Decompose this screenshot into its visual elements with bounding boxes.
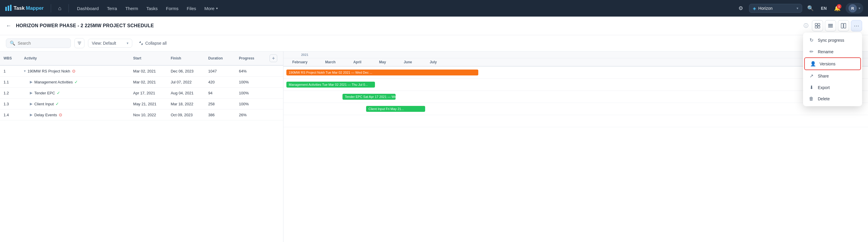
svg-rect-9 — [828, 27, 833, 28]
dropdown-item-label: Sync progress — [818, 38, 844, 43]
language-button[interactable]: EN — [819, 5, 829, 12]
gantt-month-label: May — [370, 60, 395, 64]
expand-icon[interactable]: ▶ — [30, 91, 32, 95]
cell-activity: ▶ Client Input ✓ — [20, 99, 130, 109]
svg-rect-11 — [844, 23, 846, 28]
project-selector[interactable]: ◈ Horizon ▾ — [749, 4, 802, 13]
dropdown-item-icon: ✏ — [808, 49, 814, 54]
nav-more-chevron: ▾ — [216, 6, 218, 10]
notifications-button[interactable]: 🔔 1 — [832, 3, 843, 14]
gantt-bar[interactable]: Management Activities Tue Mar 02 2021 — … — [286, 82, 375, 87]
table-view-icon — [828, 23, 833, 28]
nav-home-button[interactable]: ⌂ — [56, 4, 64, 13]
gantt-month-label: February — [283, 60, 316, 64]
logo-mapper-text: Mapper — [26, 5, 44, 11]
dropdown-item-versions[interactable]: 👤 Versions — [804, 57, 861, 70]
more-options-icon: ⋯ — [854, 23, 859, 29]
dropdown-item-label: Delete — [818, 97, 830, 101]
expand-icon[interactable]: ▾ — [24, 69, 26, 73]
nav-forms[interactable]: Forms — [162, 4, 182, 13]
svg-rect-5 — [815, 26, 817, 28]
logo-task-text: Task — [13, 5, 25, 11]
svg-rect-2 — [10, 5, 11, 11]
project-selector-name: Horizon — [758, 6, 794, 11]
cell-add — [266, 65, 283, 77]
split-view-button[interactable] — [838, 20, 849, 31]
schedule-table: WBS Activity Start Finish Duration Progr… — [0, 52, 283, 120]
dropdown-item-export[interactable]: ⬇ Export — [803, 82, 862, 93]
dropdown-item-share[interactable]: ↗ Share — [803, 70, 862, 82]
col-add: + — [266, 52, 283, 65]
user-menu-button[interactable]: R ▾ — [845, 3, 863, 14]
gantt-table: WBS Activity Start Finish Duration Progr… — [0, 52, 283, 242]
nav-search-button[interactable]: 🔍 — [805, 3, 816, 14]
dropdown-item-delete[interactable]: 🗑 Delete — [803, 93, 862, 104]
cell-wbs: 1 — [0, 65, 20, 77]
cell-finish: Dec 06, 2023 — [167, 65, 205, 77]
gantt-month-label: July — [421, 60, 445, 64]
gantt-bar-row — [283, 115, 868, 127]
dropdown-item-label: Share — [818, 74, 829, 78]
gantt-bar[interactable]: 190MW RS Project Nokh Tue Mar 02 2021 — … — [286, 70, 478, 76]
cell-progress: 64% — [235, 65, 266, 77]
expand-icon[interactable]: ▶ — [30, 80, 32, 84]
more-options-button[interactable]: ⋯ — [851, 20, 862, 31]
split-view-icon — [841, 23, 846, 28]
nav-divider-2 — [68, 4, 69, 12]
dropdown-item-icon: 🗑 — [808, 96, 814, 102]
cell-start: Nov 10, 2022 — [130, 109, 167, 120]
cell-activity: ▶ Delay Events ⊙ — [20, 109, 130, 120]
activity-name: 190MW RS Project Nokh — [27, 69, 70, 73]
cell-start: Mar 02, 2021 — [130, 65, 167, 77]
nav-therm[interactable]: Therm — [122, 4, 142, 13]
gantt-bar-row: 190MW RS Project Nokh Tue Mar 02 2021 — … — [283, 66, 868, 79]
check-icon: ✓ — [56, 102, 59, 106]
expand-icon[interactable]: ▶ — [30, 113, 32, 117]
filter-button[interactable] — [74, 38, 85, 48]
svg-rect-1 — [8, 6, 9, 11]
view-select-label: View: Default — [92, 41, 116, 46]
dropdown-item-label: Versions — [819, 61, 836, 66]
gantt-month-label: June — [395, 60, 421, 64]
cell-activity: ▾ 190MW RS Project Nokh ⊙ — [20, 65, 130, 77]
cell-start: May 21, 2021 — [130, 99, 167, 109]
col-start: Start — [130, 52, 167, 65]
view-select-chevron: ▾ — [127, 41, 128, 45]
cell-finish: Mar 18, 2022 — [167, 99, 205, 109]
nav-terra[interactable]: Terra — [103, 4, 120, 13]
cell-duration: 258 — [205, 99, 235, 109]
cell-progress: 26% — [235, 109, 266, 120]
view-select[interactable]: View: Default ▾ — [88, 39, 132, 48]
dropdown-item-label: Export — [818, 85, 830, 90]
gantt-bar[interactable]: Client Input Fri May 21... — [366, 106, 425, 112]
expand-icon[interactable]: ▶ — [30, 102, 32, 106]
gantt-month-label: April — [345, 60, 370, 64]
nav-tasks[interactable]: Tasks — [143, 4, 161, 13]
nav-files[interactable]: Files — [183, 4, 200, 13]
add-column-button[interactable]: + — [270, 54, 277, 62]
collapse-all-button[interactable]: Collapse all — [136, 39, 169, 47]
back-button[interactable]: ← — [6, 23, 11, 29]
collapse-all-label: Collapse all — [145, 41, 166, 46]
search-input[interactable] — [18, 41, 59, 46]
dropdown-item-rename[interactable]: ✏ Rename — [803, 46, 862, 57]
logo-icon — [5, 4, 12, 12]
gantt-view-button[interactable] — [812, 20, 823, 31]
app-logo: TaskMapper — [5, 4, 44, 12]
activity-name: Delay Events — [34, 113, 57, 117]
settings-button[interactable]: ⚙ — [736, 3, 746, 14]
gantt-rows: 190MW RS Project Nokh Tue Mar 02 2021 — … — [283, 66, 868, 127]
page-title: HORIZON POWER PHASE - 2 225MW PROJECT SC… — [16, 23, 798, 28]
search-box[interactable]: 🔍 — [6, 38, 71, 48]
nav-more-button[interactable]: More ▾ — [201, 4, 221, 13]
cell-wbs: 1.1 — [0, 77, 20, 87]
gantt-bar[interactable]: Tender EPC Sat Apr 17 2021 — Wed A... — [342, 94, 396, 100]
dropdown-item-sync-progress[interactable]: ↻ Sync progress — [803, 34, 862, 46]
alert-icon: ⊙ — [59, 112, 62, 117]
col-finish: Finish — [167, 52, 205, 65]
table-view-button[interactable] — [825, 20, 836, 31]
cell-activity: ▶ Management Activities ✓ — [20, 77, 130, 87]
gantt-month-label: March — [316, 60, 344, 64]
nav-dashboard[interactable]: Dashboard — [73, 4, 102, 13]
info-icon[interactable]: ⓘ — [804, 23, 808, 29]
